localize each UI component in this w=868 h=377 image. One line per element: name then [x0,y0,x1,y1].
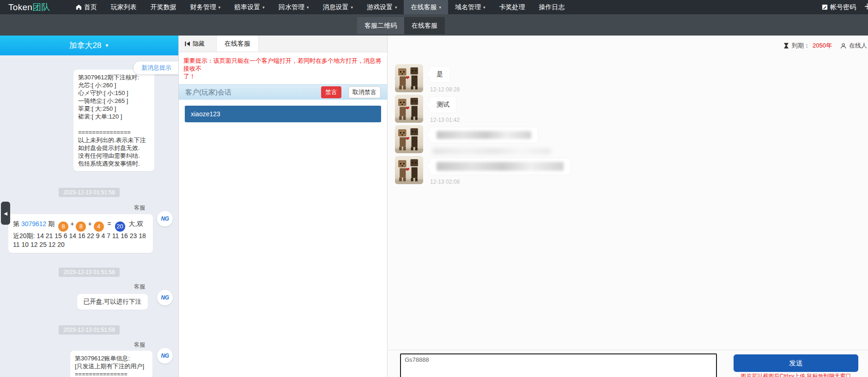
subnav-bar: 客服二维码 在线客服 [0,14,868,36]
agent-message-group: 客服 NG 第3079612账单信息: [只发送上期有下注的用户] ======… [0,341,178,377]
nav-item-label: 首页 [84,3,97,12]
message-input[interactable]: Gs78888 [400,353,717,377]
nav-item-label: 游戏设置 [367,3,393,12]
message-input-area: Gs78888 发送 图片可以截图后Ctrl+v上传,鼠标放到聊天窗口 [388,350,868,377]
tab-online-service[interactable]: 在线客服 [404,17,445,34]
hide-panel-button[interactable]: 隐藏 [183,36,206,52]
subnav-tabs: 客服二维码 在线客服 [357,17,445,34]
send-button[interactable]: 发送 [734,354,858,372]
message-content [430,125,551,154]
nav-item-label: 回水管理 [279,3,304,12]
nav-item-label: 赔率设置 [234,3,260,12]
edit-icon [822,4,828,10]
nav-item-label: 开奖数据 [151,3,176,12]
betting-open-message: 已开盘,可以进行下注 [77,294,148,310]
session-user-list: xiaoze123 [179,100,387,128]
message-bubble-redacted [430,127,538,143]
account-password-button[interactable]: 帐号密码 [822,3,856,12]
agent-label: 客服 [0,283,145,290]
draw-operator: + [88,220,91,227]
message-bubble: 是 [430,66,449,82]
nav-item-label: 卡奖处理 [499,3,525,12]
nav-item-online-service[interactable]: 在线客服▾ [404,0,448,14]
mute-button[interactable]: 禁言 [321,86,341,98]
redacted-message-blur [437,162,564,171]
top-navbar: Token团队 首页 玩家列表 开奖数据 财务管理▾ 赔率设置▾ 回水管理▾ 消… [0,0,868,14]
message-bubble-redacted [430,158,570,174]
hourglass-icon [783,42,789,49]
draw-issue-number[interactable]: 3079612 [21,220,47,227]
nav-item-prize-handling[interactable]: 卡奖处理 [492,0,532,14]
agent-avatar: NG [157,348,173,364]
caret-down-icon: ▼ [105,43,109,48]
nav-item-label: 在线客服 [411,3,437,12]
logout-button[interactable] [864,3,868,12]
panel-collapse-handle[interactable]: ◀ [1,202,10,225]
agent-message-group: 客服 NG 已开盘,可以进行下注 [0,283,178,310]
nav-item-home[interactable]: 首页 [69,0,104,14]
tab-service-qrcode[interactable]: 客服二维码 [357,17,404,34]
online-count-label: 在线人 [849,42,867,50]
draw-operator: + [70,220,74,227]
nav-item-operation-log[interactable]: 操作日志 [532,0,572,14]
user-avatar-image[interactable] [395,64,423,92]
message-content: 测试 12-13 01:42 [430,95,460,123]
hide-button-label: 隐藏 [193,40,205,48]
nav-item-game-settings[interactable]: 游戏设置▾ [360,0,404,14]
agent-avatar-text: NG [161,353,169,359]
logo-accent: 团队 [32,1,50,13]
message-time: 12-13 01:42 [430,117,460,123]
tab-online-service-inner[interactable]: 在线客服 [216,36,259,52]
home-icon [76,4,82,10]
paste-image-tip: 图片可以截图后Ctrl+v上传,鼠标放到聊天窗口 [734,372,858,377]
user-avatar-image[interactable] [395,156,423,184]
agent-avatar: NG [157,211,173,227]
conversation-messages: 是 12-12 08:28 测试 12-13 01:42 12-13 02:08 [395,64,570,185]
caret-down-icon: ▾ [307,5,309,10]
draw-prefix: 第 [13,220,19,227]
room-chat-body: 新消息提示 第3079612期下注核对: 允芯:[ 小:260 ] 心メ守护:[… [0,55,178,377]
nav-item-draw-data[interactable]: 开奖数据 [144,0,183,14]
collapse-left-icon [185,41,190,47]
draw-operator: = [107,220,111,227]
message-text: 测试 [437,101,449,108]
caret-down-icon: ▾ [219,5,221,10]
nav-item-odds[interactable]: 赔率设置▾ [227,0,272,14]
left-triangle-icon: ◀ [4,211,7,216]
agent-avatar: NG [157,290,173,305]
message-content: 是 12-12 08:28 [430,64,460,93]
timestamp-pill: 2023-12-13 01:51:58 [59,268,119,277]
unmute-button[interactable]: 取消禁言 [348,86,381,98]
session-list-title: 客户(玩家)会话 [185,88,231,97]
expire-value: 2050年 [813,42,832,50]
nav-item-label: 域名管理 [455,3,481,12]
draw-result-text: 大,双 [128,220,143,227]
message-row: 是 12-12 08:28 [395,64,570,93]
logout-icon [864,3,868,10]
nav-item-rebate[interactable]: 回水管理▾ [272,0,316,14]
user-avatar-image[interactable] [395,125,423,153]
nav-item-message-settings[interactable]: 消息设置▾ [316,0,360,14]
nav-item-players[interactable]: 玩家列表 [104,0,144,14]
user-avatar-image[interactable] [395,95,423,123]
caret-down-icon: ▾ [395,5,397,10]
message-row [395,125,570,154]
room-selector[interactable]: 加拿大28 ▼ [0,36,178,55]
session-list-header: 客户(玩家)会话 禁言 取消禁言 [179,84,387,100]
message-text: 是 [437,70,443,78]
nav-item-finance[interactable]: 财务管理▾ [183,0,228,14]
agent-avatar-text: NG [161,215,169,222]
app-logo: Token团队 [8,0,50,14]
new-message-alert-button[interactable]: 新消息提示 [134,61,178,74]
agent-label: 客服 [0,341,145,348]
bet-check-message: 第3079612期下注核对: 允芯:[ 小:260 ] 心メ守护:[ 小:150… [73,70,154,171]
session-toolbar: 隐藏 在线客服 [179,36,387,52]
timestamp-pill: 2023-12-13 01:51:59 [59,325,119,335]
session-user-item-selected[interactable]: xiaoze123 [185,106,381,122]
nav-item-domain[interactable]: 域名管理▾ [448,0,492,14]
logo-primary: Token [8,2,32,12]
navbar-right: 帐号密码 [822,0,868,14]
redacted-message-blur [433,148,551,154]
draw-issue-suffix: 期 [48,220,55,227]
conversation-panel: 到期： 2050年 在线人 是 12-12 08:28 测试 12-13 01:… [388,36,868,377]
